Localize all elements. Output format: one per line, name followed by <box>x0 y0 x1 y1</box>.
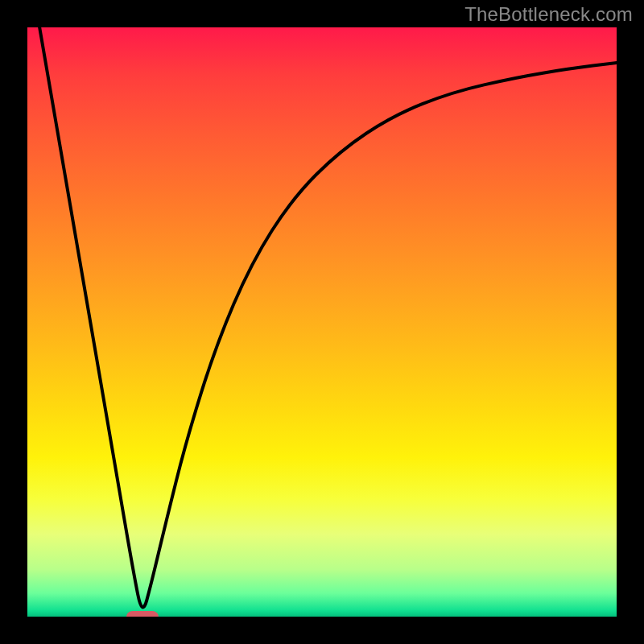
plot-area <box>27 27 617 617</box>
mismatch-curve-path <box>27 27 617 607</box>
optimal-marker <box>126 611 159 617</box>
curve-layer <box>27 27 617 617</box>
watermark-text: TheBottleneck.com <box>464 3 633 26</box>
